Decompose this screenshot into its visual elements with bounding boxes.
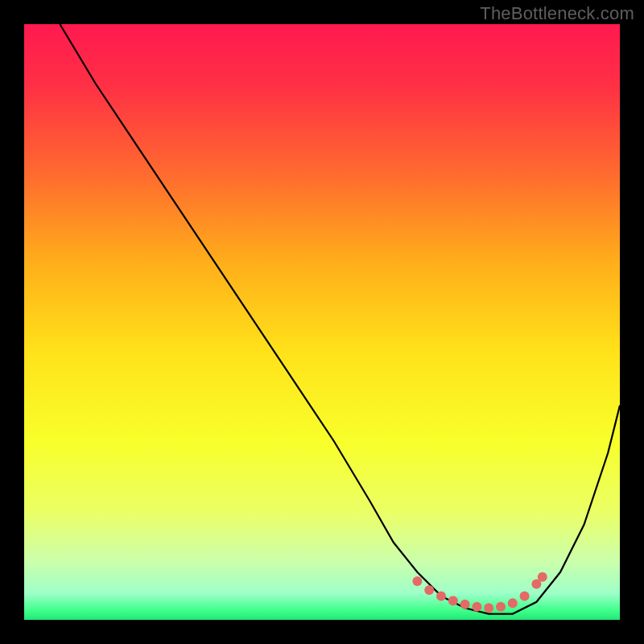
watermark-text: TheBottleneck.com — [480, 3, 634, 24]
plot-area — [24, 24, 620, 620]
marker-dot — [424, 585, 434, 595]
chart-frame: TheBottleneck.com — [0, 0, 644, 644]
marker-dot — [508, 598, 518, 608]
marker-dot — [484, 603, 493, 613]
chart-svg — [24, 24, 620, 620]
marker-dot — [412, 576, 422, 586]
marker-dot — [472, 602, 481, 612]
marker-dot — [448, 596, 458, 605]
marker-dot — [496, 602, 506, 612]
marker-dot — [520, 591, 530, 601]
marker-dot — [436, 591, 446, 601]
marker-dot — [538, 572, 547, 582]
gradient-background — [24, 24, 620, 620]
marker-dot — [460, 600, 470, 609]
